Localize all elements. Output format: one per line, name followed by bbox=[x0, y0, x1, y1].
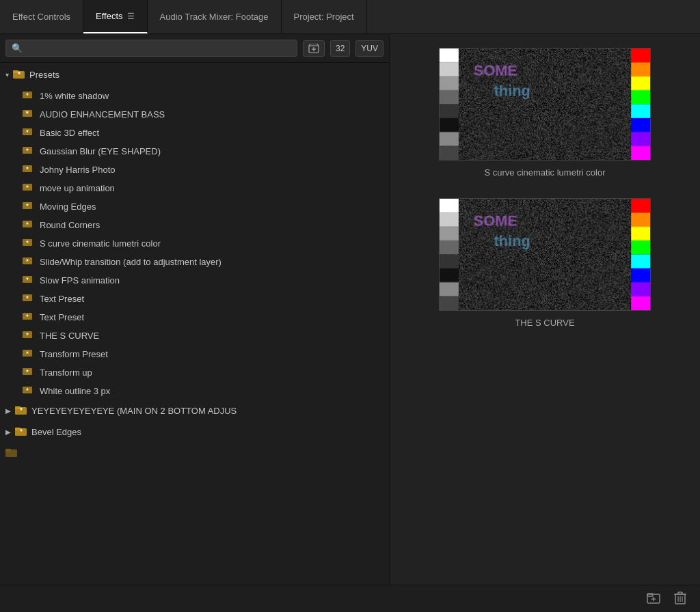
preset-item-label: 1% white shadow bbox=[40, 91, 109, 101]
effect-item[interactable]: Text Preset bbox=[0, 290, 389, 308]
tab-project[interactable]: Project: Project bbox=[282, 0, 367, 33]
new-bin-icon bbox=[308, 44, 319, 53]
preset-icon bbox=[22, 238, 34, 249]
preview-label-thecurve: THE S CURVE bbox=[515, 318, 574, 328]
tab-effect-controls-label: Effect Controls bbox=[12, 12, 70, 22]
preset-icon bbox=[22, 385, 34, 397]
preset-item-label: move up animation bbox=[40, 183, 115, 193]
new-folder-button[interactable] bbox=[644, 589, 663, 609]
effect-item[interactable]: Round Corners bbox=[0, 216, 389, 234]
preset-icon bbox=[22, 293, 34, 305]
effect-item[interactable]: 1% white shadow bbox=[0, 87, 389, 105]
svg-rect-4 bbox=[13, 70, 18, 73]
preset-item-label: THE S CURVE bbox=[40, 331, 99, 341]
effect-item[interactable]: Text Preset bbox=[0, 308, 389, 326]
folder-yeye-label: YEYEYEYEYEYEYE (MAIN ON 2 BOTTOM ADJUS bbox=[31, 406, 237, 416]
folder-yeye-arrow: ▶ bbox=[5, 407, 11, 415]
svg-rect-41 bbox=[15, 406, 21, 409]
preset-icon bbox=[22, 311, 34, 323]
presets-label: Presets bbox=[29, 70, 59, 80]
trash-icon bbox=[674, 591, 686, 604]
preset-icon bbox=[22, 219, 34, 231]
folder-bevel[interactable]: ▶ Bevel Edges bbox=[0, 421, 389, 443]
left-panel: 🔍 32 YUV ▾ bbox=[0, 34, 390, 612]
presets-group-header[interactable]: ▾ Presets bbox=[0, 63, 389, 87]
bit-depth-label: 32 bbox=[336, 44, 345, 53]
preset-item-label: Gaussian Blur (EYE SHAPED) bbox=[40, 146, 161, 156]
svg-rect-47 bbox=[5, 449, 11, 451]
preset-item-label: Basic 3D effect bbox=[40, 128, 99, 138]
effect-item[interactable]: White outline 3 px bbox=[0, 382, 389, 400]
folder-yeye[interactable]: ▶ YEYEYEYEYEYEYE (MAIN ON 2 BOTTOM ADJUS bbox=[0, 400, 389, 421]
bottom-bar bbox=[0, 585, 700, 612]
effect-item[interactable]: Moving Edges bbox=[0, 197, 389, 216]
presets-folder-icon bbox=[13, 68, 25, 81]
folder-extra[interactable] bbox=[0, 443, 389, 464]
folder-extra-icon bbox=[5, 447, 18, 460]
preset-icon bbox=[22, 275, 34, 286]
main-layout: 🔍 32 YUV ▾ bbox=[0, 34, 700, 612]
search-bar: 🔍 32 YUV bbox=[0, 34, 389, 63]
preset-icon bbox=[22, 348, 34, 360]
tab-audio-label: Audio Track Mixer: Footage bbox=[160, 12, 269, 22]
preset-icon bbox=[22, 330, 34, 342]
svg-rect-44 bbox=[15, 428, 21, 430]
tab-effects-label: Effects bbox=[96, 11, 123, 21]
effect-item[interactable]: move up animation bbox=[0, 179, 389, 197]
preset-item-label: White outline 3 px bbox=[40, 386, 110, 396]
effect-item[interactable]: Transform up bbox=[0, 363, 389, 382]
color-space-button[interactable]: YUV bbox=[355, 40, 383, 57]
preset-icon bbox=[22, 367, 34, 378]
effect-item[interactable]: THE S CURVE bbox=[0, 326, 389, 345]
search-input[interactable] bbox=[27, 43, 291, 53]
effect-item[interactable]: Johny Harris Photo bbox=[0, 161, 389, 179]
tab-menu-icon[interactable]: ☰ bbox=[127, 12, 135, 21]
search-icon: 🔍 bbox=[12, 43, 23, 53]
preset-item-label: Moving Edges bbox=[40, 201, 96, 212]
bit-depth-button[interactable]: 32 bbox=[330, 40, 350, 57]
preset-item-label: Text Preset bbox=[40, 294, 84, 304]
preset-icon bbox=[22, 127, 34, 139]
effect-item[interactable]: S curve cinematic lumetri color bbox=[0, 234, 389, 253]
preview-thumbnail-scurve bbox=[439, 48, 651, 161]
folder-bevel-label: Bevel Edges bbox=[31, 427, 81, 437]
preset-icon bbox=[22, 164, 34, 176]
preview-card-thecurve: THE S CURVE bbox=[439, 198, 651, 328]
preset-item-label: Text Preset bbox=[40, 312, 84, 322]
preset-icon bbox=[22, 109, 34, 120]
preset-items-list: 1% white shadow AUDIO ENHANCEMENT BASS bbox=[0, 87, 389, 400]
tab-effect-controls[interactable]: Effect Controls bbox=[0, 0, 83, 33]
tab-effects[interactable]: Effects ☰ bbox=[83, 0, 148, 33]
effect-item[interactable]: Basic 3D effect bbox=[0, 124, 389, 142]
preset-icon bbox=[22, 201, 34, 212]
effect-item[interactable]: Gaussian Blur (EYE SHAPED) bbox=[0, 142, 389, 161]
preset-item-label: Transform Preset bbox=[40, 349, 108, 359]
folder-bevel-arrow: ▶ bbox=[5, 428, 11, 436]
preset-icon bbox=[22, 256, 34, 268]
preset-item-label: AUDIO ENHANCEMENT BASS bbox=[40, 109, 165, 120]
preset-item-label: Transform up bbox=[40, 367, 92, 378]
preset-item-label: Slow FPS animation bbox=[40, 275, 120, 286]
search-input-wrapper[interactable]: 🔍 bbox=[5, 40, 297, 57]
new-bin-button[interactable] bbox=[303, 40, 325, 57]
star-folder-svg bbox=[13, 68, 25, 79]
tab-project-label: Project: Project bbox=[294, 12, 354, 22]
color-space-label: YUV bbox=[361, 44, 378, 53]
preset-item-label: Round Corners bbox=[40, 220, 100, 230]
presets-collapse-arrow: ▾ bbox=[5, 71, 9, 79]
tab-bar: Effect Controls Effects ☰ Audio Track Mi… bbox=[0, 0, 700, 34]
preview-label-scurve: S curve cinematic lumetri color bbox=[485, 167, 606, 178]
folder-yeye-icon bbox=[15, 404, 27, 417]
effect-item[interactable]: Slow FPS animation bbox=[0, 271, 389, 290]
noise-canvas-1 bbox=[440, 48, 650, 160]
preview-card-scurve: S curve cinematic lumetri color bbox=[439, 48, 651, 178]
delete-button[interactable] bbox=[671, 588, 689, 610]
svg-rect-54 bbox=[678, 592, 682, 594]
effect-item[interactable]: Slide/Whip transition (add to adjustment… bbox=[0, 253, 389, 271]
effect-item[interactable]: AUDIO ENHANCEMENT BASS bbox=[0, 105, 389, 124]
svg-rect-49 bbox=[647, 594, 653, 596]
tab-audio-track-mixer[interactable]: Audio Track Mixer: Footage bbox=[148, 0, 282, 33]
preset-icon bbox=[22, 182, 34, 194]
preset-icon bbox=[22, 145, 34, 157]
effect-item[interactable]: Transform Preset bbox=[0, 345, 389, 363]
